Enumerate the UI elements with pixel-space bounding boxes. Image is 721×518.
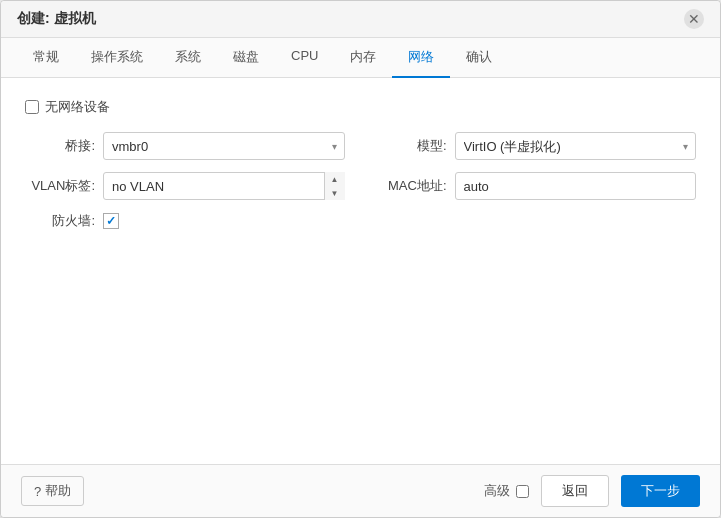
mac-label: MAC地址:	[377, 177, 447, 195]
vlan-spinner-down[interactable]: ▼	[325, 186, 345, 200]
close-button[interactable]: ✕	[684, 9, 704, 29]
spinner-down-icon: ▼	[331, 189, 339, 198]
tab-system[interactable]: 系统	[159, 38, 217, 78]
tab-general[interactable]: 常规	[17, 38, 75, 78]
question-icon: ?	[34, 484, 41, 499]
tab-cpu[interactable]: CPU	[275, 38, 334, 78]
vlan-input[interactable]	[103, 172, 345, 200]
dialog-content: 无网络设备 桥接: vmbr0 vmbr1 ▾ 模型:	[1, 78, 720, 464]
firewall-label: 防火墙:	[25, 212, 95, 230]
firewall-check-icon: ✓	[106, 214, 116, 228]
form-grid: 桥接: vmbr0 vmbr1 ▾ 模型: VirtIO (半虚拟化) E100…	[25, 132, 696, 230]
vlan-label: VLAN标签:	[25, 177, 95, 195]
advanced-checkbox[interactable]	[516, 485, 529, 498]
dialog-footer: ? 帮助 高级 返回 下一步	[1, 464, 720, 517]
advanced-label: 高级	[484, 482, 510, 500]
tab-memory[interactable]: 内存	[334, 38, 392, 78]
no-network-text: 无网络设备	[45, 98, 110, 116]
no-network-row: 无网络设备	[25, 98, 696, 116]
no-network-label[interactable]: 无网络设备	[25, 98, 110, 116]
vlan-spinner-arrows: ▲ ▼	[324, 172, 345, 200]
model-select-wrapper: VirtIO (半虚拟化) E1000 RTL8139 ▾	[455, 132, 697, 160]
no-network-checkbox[interactable]	[25, 100, 39, 114]
tab-confirm[interactable]: 确认	[450, 38, 508, 78]
mac-input[interactable]	[455, 172, 697, 200]
create-vm-dialog: 创建: 虚拟机 ✕ 常规 操作系统 系统 磁盘 CPU 内存 网络 确认 无网络…	[0, 0, 721, 518]
bridge-label: 桥接:	[25, 137, 95, 155]
model-row: 模型: VirtIO (半虚拟化) E1000 RTL8139 ▾	[377, 132, 697, 160]
bridge-select[interactable]: vmbr0 vmbr1	[103, 132, 345, 160]
back-button[interactable]: 返回	[541, 475, 609, 507]
dialog-header: 创建: 虚拟机 ✕	[1, 1, 720, 38]
firewall-row: 防火墙: ✓	[25, 212, 345, 230]
model-label: 模型:	[377, 137, 447, 155]
firewall-checkbox[interactable]: ✓	[103, 213, 119, 229]
vlan-row: VLAN标签: ▲ ▼	[25, 172, 345, 200]
spinner-up-icon: ▲	[331, 175, 339, 184]
model-select[interactable]: VirtIO (半虚拟化) E1000 RTL8139	[455, 132, 697, 160]
tab-os[interactable]: 操作系统	[75, 38, 159, 78]
tab-disk[interactable]: 磁盘	[217, 38, 275, 78]
tab-network[interactable]: 网络	[392, 38, 450, 78]
help-label: 帮助	[45, 482, 71, 500]
bridge-row: 桥接: vmbr0 vmbr1 ▾	[25, 132, 345, 160]
tab-bar: 常规 操作系统 系统 磁盘 CPU 内存 网络 确认	[1, 38, 720, 78]
close-icon: ✕	[688, 11, 700, 27]
vlan-spinner-wrapper: ▲ ▼	[103, 172, 345, 200]
mac-row: MAC地址:	[377, 172, 697, 200]
help-button[interactable]: ? 帮助	[21, 476, 84, 506]
vlan-spinner-up[interactable]: ▲	[325, 172, 345, 186]
advanced-row: 高级	[484, 482, 529, 500]
bridge-select-wrapper: vmbr0 vmbr1 ▾	[103, 132, 345, 160]
dialog-title: 创建: 虚拟机	[17, 10, 96, 28]
next-button[interactable]: 下一步	[621, 475, 700, 507]
footer-right: 高级 返回 下一步	[484, 475, 700, 507]
